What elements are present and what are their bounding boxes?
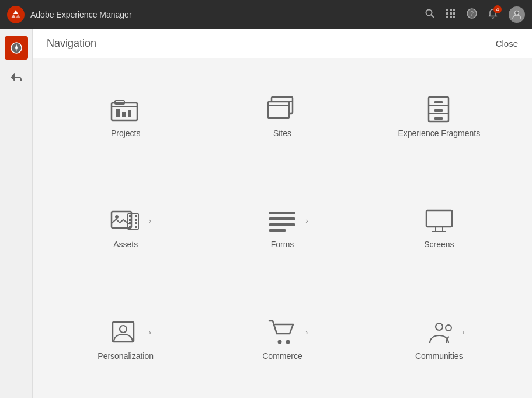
svg-rect-9 (450, 16, 452, 18)
sites-icon (267, 96, 297, 123)
svg-rect-36 (129, 226, 131, 228)
svg-rect-34 (129, 219, 131, 221)
svg-rect-35 (129, 222, 131, 224)
nav-item-personalization[interactable]: › Personalization (50, 287, 201, 392)
forms-icon-wrap: › (267, 207, 297, 234)
svg-point-31 (115, 215, 119, 219)
nav-item-communities[interactable]: › Communities (364, 287, 514, 392)
nav-item-experience-fragments[interactable]: Experience Fragments (364, 64, 514, 169)
svg-line-1 (432, 15, 434, 18)
content-area: Navigation Close Project (33, 29, 532, 398)
svg-rect-42 (269, 217, 295, 220)
svg-rect-44 (269, 229, 286, 232)
experience-fragments-label: Experience Fragments (398, 129, 480, 138)
nav-item-assets[interactable]: › Assets (50, 175, 201, 281)
svg-rect-2 (446, 9, 448, 11)
aem-logo (7, 6, 25, 23)
main-layout: Navigation Close Project (0, 29, 532, 398)
screens-icon (424, 207, 454, 234)
svg-rect-5 (446, 12, 448, 15)
projects-icon-wrap (110, 96, 141, 123)
svg-rect-6 (450, 12, 452, 15)
sites-icon-wrap (267, 96, 297, 123)
personalization-chevron: › (149, 327, 151, 336)
svg-rect-38 (135, 219, 137, 221)
topbar-right: ? 4 (425, 6, 525, 23)
commerce-label: Commerce (262, 351, 302, 361)
sidebar-item-back[interactable] (5, 65, 28, 89)
topbar: Adobe Experience Manager (0, 0, 532, 29)
search-icon[interactable] (425, 8, 435, 22)
communities-label: Communities (415, 351, 463, 361)
svg-rect-40 (135, 226, 137, 228)
apps-icon[interactable] (446, 8, 456, 22)
svg-rect-28 (434, 109, 443, 112)
notification-badge: 4 (493, 5, 502, 13)
assets-icon (110, 207, 141, 234)
nav-grid: Projects Sites (33, 58, 532, 398)
notifications-icon[interactable]: 4 (488, 8, 498, 22)
svg-rect-3 (450, 9, 452, 11)
assets-chevron: › (149, 216, 151, 225)
assets-icon-wrap: › (110, 207, 141, 234)
screens-icon-wrap (424, 207, 454, 234)
communities-chevron: › (462, 327, 464, 336)
svg-rect-43 (269, 223, 295, 226)
communities-icon (424, 319, 454, 345)
svg-point-13 (515, 11, 519, 15)
topbar-left: Adobe Experience Manager (7, 6, 132, 23)
nav-item-sites[interactable]: Sites (207, 64, 357, 169)
experience-fragments-icon (424, 96, 454, 123)
nav-item-forms[interactable]: › Forms (207, 175, 357, 281)
profile-avatar[interactable] (509, 6, 525, 23)
forms-chevron: › (305, 216, 308, 225)
svg-point-54 (446, 325, 451, 331)
svg-rect-7 (453, 12, 455, 15)
projects-label: Projects (111, 129, 141, 138)
personalization-label: Personalization (98, 351, 154, 361)
svg-rect-29 (434, 117, 443, 120)
communities-icon-wrap: › (424, 319, 454, 345)
svg-rect-10 (453, 16, 455, 18)
screens-label: Screens (424, 240, 454, 249)
personalization-icon (110, 319, 141, 345)
commerce-icon-wrap: › (267, 319, 297, 345)
sites-label: Sites (273, 129, 291, 138)
svg-point-52 (286, 340, 290, 344)
svg-point-0 (426, 9, 432, 15)
svg-rect-8 (446, 16, 448, 18)
svg-rect-45 (426, 210, 452, 227)
sidebar (0, 29, 33, 398)
close-button[interactable]: Close (496, 39, 518, 49)
nav-item-projects[interactable]: Projects (50, 64, 201, 169)
svg-rect-27 (434, 101, 443, 103)
svg-rect-4 (453, 9, 455, 11)
nav-header-title: Navigation (47, 37, 96, 50)
nav-item-screens[interactable]: Screens (364, 175, 514, 281)
svg-rect-39 (135, 222, 137, 224)
personalization-icon-wrap: › (110, 319, 141, 345)
svg-text:?: ? (470, 10, 474, 17)
app-title: Adobe Experience Manager (30, 10, 132, 19)
nav-item-commerce[interactable]: › Commerce (207, 287, 357, 392)
commerce-icon (267, 319, 297, 345)
svg-point-51 (278, 340, 282, 344)
projects-icon (110, 96, 141, 123)
svg-point-50 (120, 326, 127, 333)
experience-fragments-icon-wrap (424, 96, 454, 123)
svg-point-53 (436, 323, 443, 330)
svg-rect-37 (135, 215, 137, 217)
svg-rect-19 (116, 109, 120, 117)
forms-icon (267, 207, 297, 234)
commerce-chevron: › (305, 327, 308, 336)
svg-rect-20 (122, 112, 126, 117)
svg-rect-21 (128, 110, 131, 117)
svg-rect-41 (269, 212, 295, 214)
svg-rect-23 (268, 102, 289, 118)
help-icon[interactable]: ? (467, 8, 477, 22)
forms-label: Forms (271, 240, 294, 249)
svg-rect-33 (129, 215, 131, 217)
nav-header: Navigation Close (33, 29, 532, 58)
sidebar-item-navigation[interactable] (5, 36, 28, 60)
assets-label: Assets (113, 240, 138, 249)
